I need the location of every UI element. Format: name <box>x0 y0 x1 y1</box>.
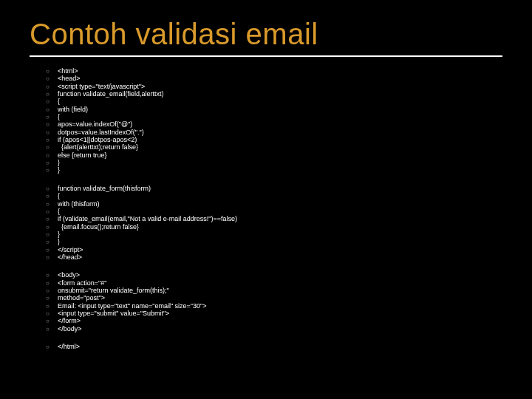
code-block: ○<body>○<form action="#"○onsubmit="retur… <box>46 271 502 332</box>
bullet-icon: ○ <box>46 137 58 143</box>
code-text: } <box>58 159 60 166</box>
slide: Contoh validasi email ○<html>○<head>○<sc… <box>0 0 532 399</box>
code-text: {email.focus();return false} <box>58 223 139 231</box>
bullet-icon: ○ <box>46 224 58 231</box>
code-text: {alert(alerttxt);return false} <box>58 143 138 151</box>
code-line: ○onsubmit="return validate_form(this);" <box>46 287 502 294</box>
code-line: ○{ <box>46 208 502 215</box>
code-text: </script> <box>58 246 83 253</box>
code-text: { <box>58 113 60 120</box>
bullet-icon: ○ <box>46 231 58 238</box>
bullet-icon: ○ <box>46 98 58 105</box>
bullet-icon: ○ <box>46 193 58 200</box>
code-line: ○<input type="submit" value="Submit"> <box>46 310 502 317</box>
code-line: ○with (field) <box>46 106 502 113</box>
code-text: with (thisform) <box>58 200 100 208</box>
code-text: </form> <box>58 317 81 324</box>
code-text: <form action="#" <box>58 279 106 287</box>
bullet-icon: ○ <box>46 239 58 245</box>
bullet-icon: ○ <box>46 160 58 166</box>
code-line: ○<script type="text/javascript"> <box>46 83 502 90</box>
bullet-icon: ○ <box>46 272 58 279</box>
bullet-icon: ○ <box>46 114 58 120</box>
code-line: ○} <box>46 166 502 174</box>
code-line: ○</html> <box>46 343 502 350</box>
code-text: </body> <box>58 325 82 332</box>
bullet-icon: ○ <box>46 106 58 113</box>
bullet-icon: ○ <box>46 310 58 317</box>
code-text: <html> <box>58 67 78 75</box>
bullet-icon: ○ <box>46 326 58 332</box>
code-text: onsubmit="return validate_form(this);" <box>58 287 169 294</box>
code-line: ○<form action="#" <box>46 279 502 287</box>
bullet-icon: ○ <box>46 303 58 310</box>
code-line: ○if (validate_email(email,"Not a valid e… <box>46 215 502 222</box>
code-line: ○} <box>46 159 502 166</box>
code-block: ○<html>○<head>○<script type="text/javasc… <box>46 67 502 174</box>
code-text: { <box>58 192 60 200</box>
code-text: </html> <box>58 343 80 350</box>
code-line: ○</head> <box>46 253 502 261</box>
bullet-icon: ○ <box>46 68 58 75</box>
code-line: ○<body> <box>46 271 502 279</box>
bullet-icon: ○ <box>46 295 58 301</box>
bullet-icon: ○ <box>46 318 58 324</box>
bullet-icon: ○ <box>46 185 58 192</box>
code-line: ○ {email.focus();return false} <box>46 223 502 231</box>
bullet-icon: ○ <box>46 167 58 174</box>
code-line: ○with (thisform) <box>46 200 502 208</box>
bullet-icon: ○ <box>46 216 58 222</box>
code-line: ○method="post"> <box>46 294 502 301</box>
bullet-icon: ○ <box>46 344 58 350</box>
code-line: ○function validate_form(thisform) <box>46 185 502 192</box>
page-title: Contoh validasi email <box>30 18 502 51</box>
code-text: dotpos=value.lastIndexOf(".") <box>58 129 144 136</box>
bullet-icon: ○ <box>46 75 58 82</box>
code-text: Email: <input type="text" name="email" s… <box>58 302 207 310</box>
code-line: ○function validate_email(field,alerttxt) <box>46 90 502 98</box>
code-line: ○<head> <box>46 75 502 82</box>
code-line: ○</script> <box>46 246 502 253</box>
code-line: ○{ <box>46 113 502 120</box>
code-block: ○function validate_form(thisform)○{○with… <box>46 185 502 261</box>
code-line: ○</body> <box>46 325 502 332</box>
code-text: } <box>58 238 60 245</box>
code-line: ○} <box>46 238 502 245</box>
code-text: } <box>58 231 60 238</box>
code-line: ○apos=value.indexOf("@") <box>46 120 502 128</box>
title-underline <box>30 55 502 57</box>
code-text: if (apos<1||dotpos-apos<2) <box>58 136 137 143</box>
code-text: { <box>58 208 60 215</box>
bullet-icon: ○ <box>46 144 58 151</box>
code-block: ○</html> <box>46 343 502 350</box>
code-text: { <box>58 98 60 105</box>
bullet-icon: ○ <box>46 83 58 90</box>
code-line: ○</form> <box>46 317 502 324</box>
code-text: else {return true} <box>58 151 107 159</box>
bullet-icon: ○ <box>46 91 58 98</box>
code-line: ○} <box>46 231 502 238</box>
code-text: <body> <box>58 271 80 279</box>
code-text: <script type="text/javascript"> <box>58 83 145 90</box>
bullet-icon: ○ <box>46 152 58 159</box>
code-text: <head> <box>58 75 81 82</box>
bullet-icon: ○ <box>46 121 58 128</box>
code-text: function validate_form(thisform) <box>58 185 151 192</box>
code-text: apos=value.indexOf("@") <box>58 120 132 128</box>
code-content: ○<html>○<head>○<script type="text/javasc… <box>30 67 502 350</box>
code-text: if (validate_email(email,"Not a valid e-… <box>58 215 237 222</box>
code-line: ○dotpos=value.lastIndexOf(".") <box>46 129 502 136</box>
code-text: function validate_email(field,alerttxt) <box>58 90 164 98</box>
code-line: ○{ <box>46 98 502 105</box>
code-line: ○<html> <box>46 67 502 75</box>
bullet-icon: ○ <box>46 254 58 261</box>
code-text: } <box>58 166 60 174</box>
bullet-icon: ○ <box>46 280 58 287</box>
code-text: with (field) <box>58 106 88 113</box>
code-text: </head> <box>58 253 82 261</box>
bullet-icon: ○ <box>46 247 58 253</box>
bullet-icon: ○ <box>46 208 58 215</box>
bullet-icon: ○ <box>46 129 58 136</box>
code-line: ○else {return true} <box>46 151 502 159</box>
bullet-icon: ○ <box>46 201 58 208</box>
